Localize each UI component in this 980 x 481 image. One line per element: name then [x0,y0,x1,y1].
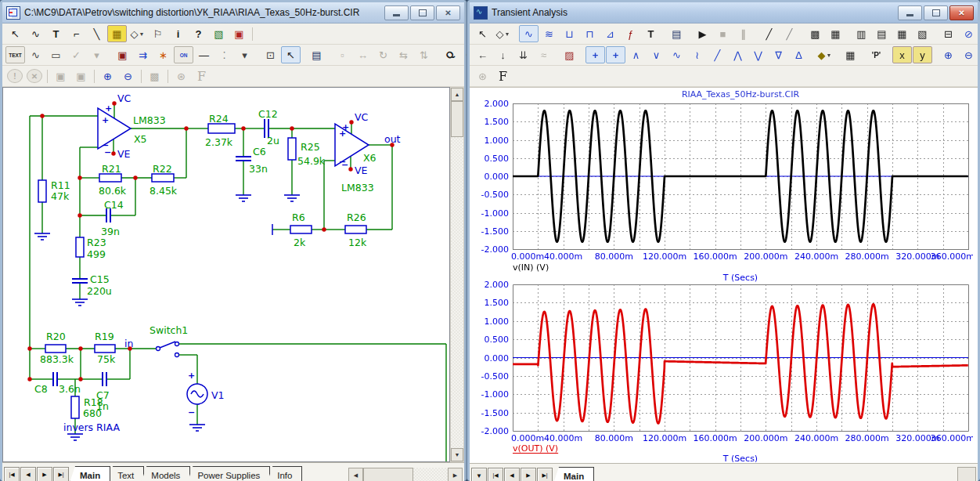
schematic-titlebar[interactable]: C:\MC9\DATA\Petrov\switching distortion\… [2,2,464,24]
stop-icon[interactable]: ■ [713,25,733,42]
copy-window-icon[interactable]: ▣ [71,67,91,85]
ortho-wire-icon[interactable]: ⌐ [67,25,86,42]
plot-select-dropdown[interactable]: ▼ [471,468,487,481]
cursor-mode-icon[interactable]: ↖ [281,46,301,63]
top-point-icon[interactable]: ∆ [789,46,809,63]
tab-text[interactable]: Text [107,466,144,481]
formula-text-icon[interactable]: ƒ [621,25,640,42]
browser-icon[interactable]: ⊛ [171,67,191,85]
scroll-thumb[interactable] [451,101,463,137]
current-arrows-icon[interactable]: ⇉ [133,46,153,63]
find-component-icon[interactable]: ▦ [107,25,127,42]
tab-main[interactable]: Main [70,466,110,481]
horizontal-stripes-icon[interactable]: ▤ [872,25,892,42]
tab-nav-prev-icon[interactable]: ◀ [20,467,36,481]
horizontal-scrollbar[interactable]: ◀▶ [348,468,463,481]
grid-dots-icon[interactable]: ⁚ [214,46,234,63]
pan-step-icon[interactable]: ⇊ [513,46,533,63]
attributes-icon[interactable]: ▤ [307,46,326,63]
horizontal-tag-icon[interactable]: ⊔ [560,25,579,42]
stretch-icon[interactable]: ↔ [353,46,373,63]
diagonal-wire-icon[interactable]: ╲ [87,25,106,42]
schematic-vertical-scrollbar[interactable]: ▲ ▼ [450,87,464,462]
tag-measure-icon[interactable]: ⊿ [600,25,620,42]
shapes-dropdown-icon[interactable]: ▼ [505,31,510,37]
global-high-icon[interactable]: ⋀ [728,46,748,63]
node-numbers-icon[interactable]: ▣ [113,46,132,63]
track-mode-icon[interactable]: ≋ [539,25,559,42]
pan-icon[interactable]: ▩ [145,67,164,85]
text-tool-icon[interactable]: T [641,25,661,42]
vertical-stripes-icon[interactable]: ▥ [852,25,871,42]
sheet-properties-icon[interactable]: ▧ [209,25,229,42]
error-icon[interactable]: ! [7,69,23,83]
token-grid-icon[interactable]: ▦ [826,25,845,42]
tab-models[interactable]: Models [141,466,190,481]
scroll-left-icon[interactable]: ◀ [348,468,363,481]
power-display-icon[interactable]: ∗ [153,46,173,63]
data-points-icon[interactable]: ▩ [805,25,825,42]
page-border-icon[interactable]: ⊡ [261,46,280,63]
numeric-output-icon[interactable]: ▦ [841,46,860,63]
help-mode-icon[interactable]: ? [189,25,208,42]
f-flag-icon[interactable]: F [192,67,211,85]
browser-icon[interactable]: ⊛ [473,67,492,85]
text-visibility-icon[interactable]: TEXT [5,46,25,63]
tab-power-supplies[interactable]: Power Supplies [187,466,270,481]
analysis-titlebar[interactable]: Transient Analysis ✕ [470,2,978,24]
tab-main[interactable]: Main [553,467,594,481]
shapes-icon[interactable]: ◇▼ [128,25,147,42]
tab-nav-first-icon[interactable]: |◀ [4,467,20,481]
rubberband-icon[interactable]: ∿ [26,46,45,63]
rotate-icon[interactable]: ↻ [373,46,393,63]
scroll-up-icon[interactable]: ▲ [451,88,463,101]
tab-nav-last-icon[interactable]: ▶| [53,467,69,481]
flip-h-icon[interactable]: ⇆ [394,46,413,63]
inflection-icon[interactable]: ╱ [708,46,727,63]
zoom-out-icon[interactable]: ⊖ [118,67,138,85]
waveform-buffer-icon[interactable]: ≈ [534,46,553,63]
info-icon[interactable]: i [168,25,188,42]
scroll-right-icon[interactable]: ▶ [448,468,463,481]
high-icon[interactable]: ∿ [667,46,686,63]
pin-connections-icon[interactable]: ― [194,46,214,63]
vertical-tag-icon[interactable]: ⊓ [580,25,600,42]
tab-nav-first-icon[interactable]: |◀ [488,468,503,481]
zoom-in-icon[interactable]: ⊕ [939,46,958,63]
zoom-out-icon[interactable]: ⊖ [959,46,978,63]
periodic-steady-state-icon[interactable]: 'P' [867,46,886,63]
minimize-button[interactable] [384,5,409,20]
vip-dropdown-icon[interactable]: ▾ [87,46,106,63]
pan-down-icon[interactable]: ↓ [493,46,513,63]
box-select-icon[interactable]: ▫ [333,46,352,63]
flip-v-icon[interactable]: ⇅ [414,46,434,63]
split-plots-icon[interactable]: ⊟ [939,25,958,42]
zoom-in-icon[interactable]: ⊕ [98,67,117,85]
y-axis-scale-icon[interactable]: y [913,46,932,63]
wire-mode-icon[interactable]: ∿ [26,25,45,42]
scroll-track[interactable] [413,468,448,481]
line-draw-icon[interactable]: ╱ [759,25,779,42]
scope-mode-icon[interactable]: ∿ [519,25,539,42]
flag-icon[interactable]: ⚐ [148,25,168,42]
f-flag-icon[interactable]: F [493,67,513,85]
global-low-icon[interactable]: ⋁ [748,46,768,63]
restore-button[interactable] [924,5,948,20]
cursor-window-icon[interactable]: ▨ [560,46,579,63]
dotted-line-icon[interactable]: ╱ [780,25,799,42]
low-icon[interactable]: ≀ [687,46,707,63]
tab-nav-next-icon[interactable]: ▶ [521,468,536,481]
close-button[interactable]: ✕ [949,5,974,20]
tab-nav-next-icon[interactable]: ▶ [37,467,52,481]
tab-info[interactable]: Info [267,466,302,481]
analysis-plot-area[interactable] [470,88,973,462]
shapes-icon[interactable]: ◇▼ [493,25,513,42]
conditions-icon[interactable]: ON [174,46,193,63]
left-stripes-icon[interactable]: ▧ [913,25,932,42]
resize-grip[interactable] [957,467,976,481]
schematic-canvas[interactable]: LM833X5R1147kR2180.6kR228.45kC1439nR2349… [2,87,450,462]
clear-errors-icon[interactable]: ✕ [27,69,42,83]
pause-icon[interactable]: ∥ [733,25,753,42]
scroll-thumb[interactable] [363,468,413,481]
pin-markers-icon[interactable]: ▭ [46,46,66,63]
